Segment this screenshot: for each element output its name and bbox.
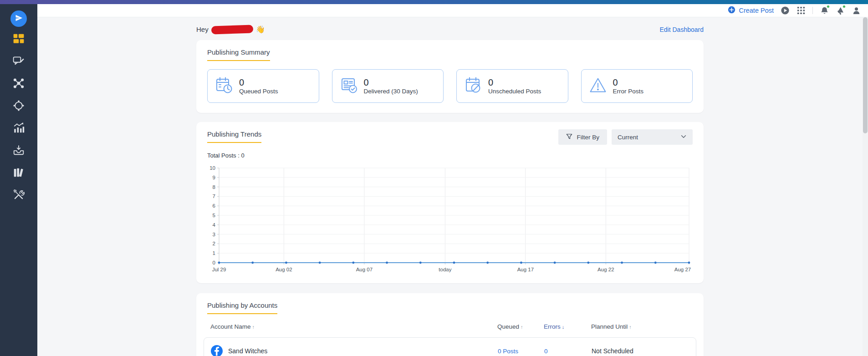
sidebar-item-media-library[interactable] <box>9 164 28 183</box>
comment-edit-icon <box>13 55 25 69</box>
unscheduled-posts-card[interactable]: 0 Unscheduled Posts <box>456 69 568 103</box>
app-logo[interactable] <box>10 10 27 27</box>
svg-text:5: 5 <box>213 213 215 218</box>
sidebar <box>0 4 37 356</box>
svg-text:10: 10 <box>209 165 215 171</box>
column-errors[interactable]: Errors↓ <box>544 323 591 330</box>
svg-text:1: 1 <box>213 250 215 256</box>
greeting-row: Hey 👋 Edit Dashboard <box>196 25 704 34</box>
send-plane-icon <box>15 14 23 24</box>
column-queued[interactable]: Queued↑ <box>497 323 544 330</box>
main-content: Hey 👋 Edit Dashboard Publishing Summary <box>37 17 863 356</box>
sidebar-item-social-share[interactable] <box>9 75 28 94</box>
svg-text:Aug 22: Aug 22 <box>597 267 614 272</box>
create-post-label: Create Post <box>739 7 774 14</box>
svg-text:7: 7 <box>213 193 215 199</box>
queued-posts-link[interactable]: 0 Posts <box>498 348 544 355</box>
svg-text:8: 8 <box>213 184 215 190</box>
library-books-icon <box>13 167 25 180</box>
calendar-clock-icon <box>215 76 233 96</box>
greeting-text: Hey 👋 <box>196 25 265 34</box>
edit-dashboard-link[interactable]: Edit Dashboard <box>659 26 704 33</box>
sort-down-icon: ↓ <box>562 324 565 330</box>
calendar-blocked-icon <box>464 76 482 96</box>
delivered-posts-value: 0 <box>364 77 418 88</box>
error-posts-label: Error Posts <box>613 88 644 95</box>
queued-posts-label: Queued Posts <box>239 88 278 95</box>
publishing-by-accounts-title: Publishing by Accounts <box>207 301 277 314</box>
sort-up-icon: ↑ <box>629 324 632 330</box>
column-planned-until[interactable]: Planned Until↑ <box>591 323 696 330</box>
trend-range-value: Current <box>618 134 638 141</box>
publishing-trends-chart: Jul 29Aug 02Aug 07todayAug 17Aug 22Aug 2… <box>207 163 693 279</box>
analytics-chart-icon <box>13 122 25 136</box>
summary-cards: 0 Queued Posts 0 Delivered (30 <box>207 69 693 103</box>
redacted-username <box>211 25 253 34</box>
delivered-posts-label: Delivered (30 Days) <box>364 88 418 95</box>
trend-range-select[interactable]: Current <box>612 129 693 145</box>
user-profile-icon[interactable] <box>852 6 861 15</box>
sort-up-icon: ↑ <box>521 324 523 330</box>
svg-text:2: 2 <box>213 241 215 246</box>
planned-until-value: Not Scheduled <box>592 347 696 355</box>
document-check-icon <box>340 76 358 96</box>
total-posts-label: Total Posts : 0 <box>207 152 693 159</box>
waving-hand-emoji: 👋 <box>256 25 265 34</box>
svg-text:Aug 17: Aug 17 <box>517 267 534 272</box>
sidebar-item-inbox[interactable] <box>9 142 28 161</box>
sidebar-item-discover[interactable] <box>9 97 28 116</box>
errors-count-link[interactable]: 0 <box>544 348 592 355</box>
publishing-summary-title: Publishing Summary <box>207 48 270 61</box>
publishing-by-accounts-panel: Publishing by Accounts Account Name↑ Que… <box>196 293 704 356</box>
publishing-trends-panel: Publishing Trends Filter By Current <box>196 122 704 283</box>
svg-text:Jul 29: Jul 29 <box>212 267 226 272</box>
plus-circle-icon <box>728 6 735 15</box>
page-scrollbar <box>863 17 868 356</box>
publishing-summary-panel: Publishing Summary 0 Queued Posts <box>196 40 704 113</box>
chevron-down-icon <box>680 133 687 141</box>
bell-status-dot <box>827 5 830 8</box>
warning-triangle-icon <box>589 76 607 96</box>
error-posts-card[interactable]: 0 Error Posts <box>581 69 693 103</box>
account-row[interactable]: Sand Witches 0 Posts 0 Not Scheduled <box>204 338 696 356</box>
apps-grid-icon[interactable] <box>797 6 806 15</box>
svg-text:0: 0 <box>213 260 215 265</box>
account-name: Sand Witches <box>228 347 267 355</box>
sidebar-item-compose[interactable] <box>9 52 28 71</box>
delivered-posts-card[interactable]: 0 Delivered (30 Days) <box>332 69 444 103</box>
svg-text:6: 6 <box>213 203 215 209</box>
svg-text:Aug 02: Aug 02 <box>276 267 292 272</box>
inbox-tray-icon <box>13 144 25 158</box>
error-posts-value: 0 <box>613 77 644 88</box>
notifications-bell-icon[interactable] <box>820 6 829 15</box>
scrollbar-thumb[interactable] <box>863 17 868 133</box>
sidebar-item-dashboard[interactable] <box>9 30 28 49</box>
announcements-megaphone-icon[interactable] <box>836 6 845 15</box>
sort-up-icon: ↑ <box>252 324 255 330</box>
create-post-button[interactable]: Create Post <box>728 6 774 15</box>
top-gradient-strip <box>0 0 868 4</box>
column-account-name[interactable]: Account Name↑ <box>210 323 497 330</box>
svg-text:today: today <box>439 267 451 272</box>
queued-posts-value: 0 <box>239 77 278 88</box>
queued-posts-card[interactable]: 0 Queued Posts <box>207 69 319 103</box>
header-divider <box>812 7 813 14</box>
funnel-icon <box>566 133 572 141</box>
announcements-status-dot <box>842 5 846 8</box>
unscheduled-posts-value: 0 <box>488 77 541 88</box>
accounts-table-header: Account Name↑ Queued↑ Errors↓ Planned Un… <box>204 323 696 330</box>
svg-text:9: 9 <box>213 175 215 180</box>
filter-by-button[interactable]: Filter By <box>558 129 607 145</box>
top-header-bar: Create Post <box>37 4 868 17</box>
unscheduled-posts-label: Unscheduled Posts <box>488 88 541 95</box>
play-video-icon[interactable] <box>781 6 790 15</box>
svg-text:Aug 27: Aug 27 <box>674 267 691 272</box>
sidebar-item-settings-tools[interactable] <box>9 186 28 205</box>
discover-compass-icon <box>13 100 25 113</box>
svg-text:Aug 07: Aug 07 <box>356 267 373 272</box>
svg-text:4: 4 <box>213 222 216 228</box>
network-share-icon <box>13 77 25 91</box>
accounts-table-body: Sand Witches 0 Posts 0 Not Scheduled <box>204 337 696 356</box>
publishing-trends-title: Publishing Trends <box>207 130 261 143</box>
sidebar-item-analytics[interactable] <box>9 119 28 138</box>
